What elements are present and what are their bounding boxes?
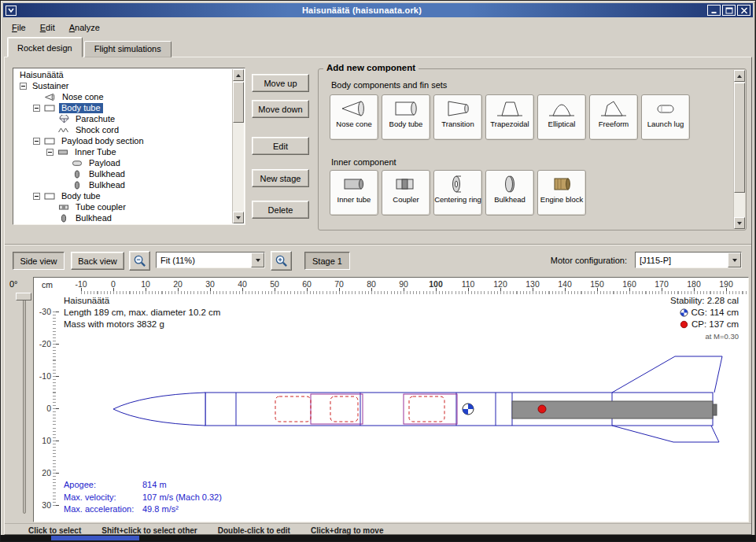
tree-expander-icon[interactable] [46, 149, 53, 156]
tree-item-label: Payload [87, 158, 123, 168]
tree-item-bulkhead[interactable]: Bulkhead [14, 179, 231, 190]
add-body-tube-button[interactable]: Body tube [382, 94, 430, 140]
add-inner-tube-button[interactable]: Inner tube [330, 170, 378, 216]
splitter[interactable] [5, 244, 751, 245]
add-bulkhead-button[interactable]: Bulkhead [485, 170, 534, 216]
rotation-slider-handle[interactable] [16, 293, 31, 300]
tree-expander-icon[interactable] [33, 105, 40, 112]
chevron-down-icon[interactable] [728, 253, 741, 267]
tree-item-payload[interactable]: Payload [14, 157, 231, 168]
menu-analyze[interactable]: Analyze [62, 20, 107, 35]
mach-condition: at M=0.30 [670, 330, 739, 342]
stage-1-toggle[interactable]: Stage 1 [304, 252, 350, 270]
app-icon [6, 6, 17, 16]
menu-edit[interactable]: Edit [33, 20, 62, 35]
stability-value: Stability: 2.28 cal [670, 295, 739, 307]
h-ruler-label: 140 [554, 279, 576, 289]
tree-item-bulkhead[interactable]: Bulkhead [14, 212, 231, 223]
move-up-button[interactable]: Move up [252, 74, 309, 92]
add-centering-ring-button[interactable]: Centering ring [433, 170, 482, 216]
tab-rocket-design[interactable]: Rocket design [7, 37, 83, 57]
tree-item-label: Inner Tube [72, 147, 119, 157]
tree-expander-icon[interactable] [33, 138, 40, 145]
tree-item-body-tube[interactable]: Body tube [14, 102, 231, 113]
tree-item-shock-cord[interactable]: Shock cord [14, 124, 231, 135]
menu-file[interactable]: File [5, 20, 33, 35]
scroll-down-icon[interactable] [734, 217, 745, 229]
maximize-button[interactable] [722, 5, 736, 16]
elliptical-icon [548, 98, 576, 119]
tree-item-sustainer[interactable]: Sustainer [14, 80, 231, 91]
zoom-out-button[interactable] [129, 251, 150, 271]
freeform-icon [599, 98, 628, 119]
add-transition-button[interactable]: Transition [433, 94, 482, 140]
add-nose-cone-button[interactable]: Nose cone [330, 94, 378, 140]
edit-button[interactable]: Edit [252, 137, 309, 155]
tree-item-parachute[interactable]: Parachute [14, 113, 231, 124]
add-freeform-button[interactable]: Freeform [589, 94, 638, 140]
rotation-slider[interactable] [23, 297, 26, 514]
design-canvas[interactable]: cm [33, 277, 749, 522]
v-ruler-label: 30 [34, 500, 51, 510]
move-down-button[interactable]: Move down [252, 100, 309, 118]
tree-item-inner-tube[interactable]: Inner Tube [14, 146, 231, 157]
h-ruler-label: 10 [135, 279, 157, 289]
palette-button-label: Engine block [540, 196, 583, 204]
tree-expander-icon[interactable] [33, 193, 40, 200]
transition-icon [444, 98, 472, 119]
palette-button-label: Bulkhead [494, 196, 526, 204]
zoom-select[interactable]: Fit (11%) [156, 252, 265, 268]
add-elliptical-button[interactable]: Elliptical [537, 94, 586, 140]
motor-config-select[interactable]: [J115-P] [635, 252, 742, 268]
palette-button-label: Coupler [393, 196, 419, 204]
tree-item-payload-body-section[interactable]: Payload body section [14, 135, 231, 146]
tree-expander-icon[interactable] [20, 83, 27, 90]
scrollbar-thumb[interactable] [734, 83, 745, 193]
tree-item-body-tube[interactable]: Body tube [14, 190, 231, 201]
tab-flight-simulations[interactable]: Flight simulations [84, 41, 171, 57]
v-ruler-label: -10 [34, 371, 51, 381]
tree-item-nose-cone[interactable]: Nose cone [14, 91, 231, 102]
palette-row-inner: Inner tubeCouplerCentering ringBulkheadE… [330, 170, 586, 216]
nosecone-icon [340, 98, 368, 119]
scrollbar-thumb[interactable] [233, 82, 244, 123]
back-view-button[interactable]: Back view [71, 252, 124, 270]
new-stage-button[interactable]: New stage [252, 169, 309, 187]
tree-item-tube-coupler[interactable]: Tube coupler [14, 201, 231, 212]
tree-scrollbar[interactable] [232, 69, 244, 223]
h-ruler-label: 40 [231, 279, 253, 289]
zoom-in-button[interactable] [271, 251, 292, 271]
add-trapezoidal-button[interactable]: Trapezoidal [485, 94, 534, 140]
tree-item-label: Tube coupler [73, 202, 128, 212]
scroll-up-icon[interactable] [233, 69, 244, 81]
scroll-down-icon[interactable] [233, 212, 244, 223]
tree-item-label: Haisunäätä [17, 70, 66, 80]
component-tree[interactable]: HaisunäätäSustainerNose coneBody tubePar… [13, 68, 245, 225]
palette-scrollbar[interactable] [733, 70, 745, 229]
palette-row-body: Nose coneBody tubeTransitionTrapezoidalE… [330, 94, 690, 140]
tree-item-haisun-t-[interactable]: Haisunäätä [14, 69, 231, 80]
palette-button-label: Trapezoidal [490, 120, 529, 128]
cp-icon [680, 320, 688, 329]
h-ruler-label: 190 [715, 279, 737, 289]
bodytube-icon [43, 137, 57, 146]
cp-marker [538, 405, 546, 413]
delete-button[interactable]: Delete [252, 201, 309, 219]
add-launch-lug-button[interactable]: Launch lug [641, 94, 690, 140]
bulkhead-icon [57, 214, 71, 223]
palette-button-label: Centering ring [434, 196, 481, 204]
v-ruler-label: 10 [34, 436, 51, 445]
add-coupler-button[interactable]: Coupler [382, 170, 430, 216]
add-engine-block-button[interactable]: Engine block [537, 170, 586, 216]
side-view-button[interactable]: Side view [13, 252, 65, 270]
v-ruler-label: 0 [34, 404, 51, 413]
minimize-button[interactable] [707, 5, 721, 16]
close-button[interactable] [737, 5, 750, 16]
h-ruler-label: 30 [199, 279, 221, 289]
innertube-icon [57, 148, 70, 157]
scroll-up-icon[interactable] [734, 70, 745, 82]
title-bar[interactable]: Haisunäätä (haisunaata.ork) [3, 3, 753, 17]
tree-item-bulkhead[interactable]: Bulkhead [14, 168, 231, 179]
bodytube-icon [392, 98, 420, 119]
chevron-down-icon[interactable] [251, 253, 264, 267]
